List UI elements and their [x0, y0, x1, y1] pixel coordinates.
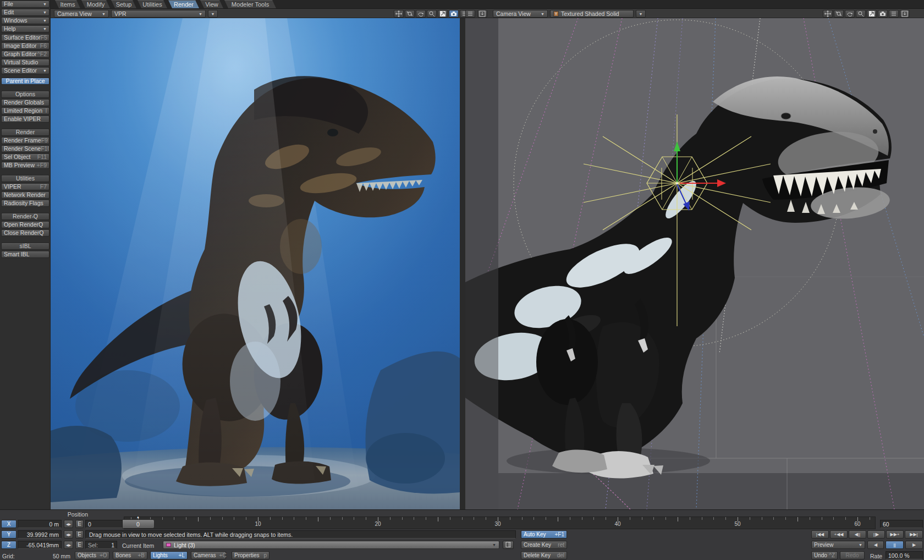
limited-region-button[interactable]: Limited Regionl: [1, 107, 50, 114]
right-viewport-render[interactable]: [465, 18, 924, 509]
right-pan-tool-button[interactable]: [823, 10, 833, 18]
play-reverse-button[interactable]: ◀: [867, 541, 884, 549]
timeline-knob[interactable]: 0: [122, 519, 155, 529]
graph-editor-button[interactable]: Graph Editor^F2: [1, 51, 50, 58]
preview-dropdown[interactable]: Preview▼: [811, 541, 865, 549]
left-viewport-menu-caret[interactable]: ▼: [208, 10, 218, 18]
tab-render[interactable]: Render: [168, 0, 199, 8]
network-render-button[interactable]: Network Render: [1, 191, 50, 199]
x-envelope-button[interactable]: E: [75, 520, 84, 528]
properties-button[interactable]: Propertiesp: [232, 551, 270, 559]
y-value-field[interactable]: 39.9992 mm: [18, 530, 62, 539]
right-shading-mode-dropdown[interactable]: T Textured Shaded Solid: [550, 10, 634, 18]
right-viewport-menu-caret[interactable]: ▼: [636, 10, 646, 18]
tab-utilities[interactable]: Utilities: [138, 0, 167, 8]
left-view-mode-dropdown[interactable]: Camera View▼: [54, 10, 109, 18]
tab-view[interactable]: View: [200, 0, 223, 8]
next-key-button[interactable]: ▶▶+: [886, 530, 904, 539]
rate-field[interactable]: 100.0 %: [886, 551, 923, 559]
tab-items[interactable]: Items: [55, 0, 80, 8]
right-viewport-list-button[interactable]: [465, 10, 475, 18]
go-to-first-frame-button[interactable]: |◀◀: [811, 530, 829, 539]
objects-mode-button[interactable]: Objects+O: [75, 551, 109, 559]
z-value-field[interactable]: -65.0419mm: [18, 541, 62, 549]
lights-mode-button[interactable]: Lights+L: [150, 551, 188, 559]
y-axis-button[interactable]: Y: [1, 530, 16, 539]
enable-viper-button[interactable]: Enable VIPER: [1, 116, 50, 123]
left-pan-tool-button[interactable]: [394, 10, 404, 18]
right-maximize-viewport-button[interactable]: [867, 10, 877, 18]
viewport-divider[interactable]: [460, 18, 465, 509]
bones-mode-button[interactable]: Bones+B: [113, 551, 147, 559]
z-stepper[interactable]: ◀▶: [64, 541, 73, 549]
create-key-button[interactable]: Create Keyret: [521, 541, 567, 549]
z-envelope-button[interactable]: E: [75, 541, 84, 549]
previous-frame-button[interactable]: ◀||: [849, 530, 866, 539]
right-orbit-tool-button[interactable]: [845, 10, 855, 18]
play-forward-button[interactable]: ▶: [905, 541, 923, 549]
auto-key-button[interactable]: Auto Key+F1: [521, 530, 567, 539]
menu-icon: [467, 10, 474, 17]
sel-object-button[interactable]: Sel ObjectF11: [1, 153, 50, 161]
right-view-mode-dropdown[interactable]: Camera View▼: [493, 10, 548, 18]
tab-modify[interactable]: Modify: [81, 0, 110, 8]
render-scene-button[interactable]: Render SceneF10: [1, 145, 50, 152]
right-export-button[interactable]: [900, 10, 910, 18]
y-stepper[interactable]: ◀▶: [64, 530, 73, 539]
viper-button[interactable]: VIPERF7: [1, 183, 50, 190]
left-maximize-viewport-button[interactable]: [438, 10, 448, 18]
timeline-ruler[interactable]: 10 20 30 40 50 60 ▲ 0: [124, 517, 876, 529]
close-renderq-button[interactable]: Close RenderQ: [1, 229, 50, 237]
left-camera-select-button[interactable]: [449, 10, 459, 18]
menu-file[interactable]: File▼: [1, 1, 50, 8]
go-to-last-frame-button[interactable]: ▶▶|: [905, 530, 923, 539]
mb-preview-button[interactable]: MB Preview+F9: [1, 162, 50, 169]
parent-in-place-button[interactable]: Parent in Place: [1, 78, 50, 85]
frame-marker-icon: ▲: [136, 515, 140, 519]
menu-help[interactable]: Help▼: [1, 25, 50, 32]
selection-count-field: Sel:1: [85, 541, 117, 549]
chevron-down-icon: ▼: [43, 10, 47, 14]
open-renderq-button[interactable]: Open RenderQ: [1, 221, 50, 228]
right-zoom-tool-button[interactable]: [856, 10, 866, 18]
menu-windows[interactable]: Windows▼: [1, 17, 50, 24]
y-envelope-button[interactable]: E: [75, 530, 84, 539]
left-rotate-tool-button[interactable]: [405, 10, 415, 18]
virtual-studio-button[interactable]: Virtual Studio: [1, 59, 50, 66]
left-viewport-render[interactable]: [51, 18, 460, 509]
redo-button[interactable]: Redo: [840, 551, 865, 559]
end-frame-field[interactable]: 60: [880, 520, 923, 528]
current-item-dropdown[interactable]: Light (3) ▼: [163, 541, 499, 549]
left-render-mode-dropdown[interactable]: VPR▼: [111, 10, 206, 18]
image-editor-button[interactable]: Image EditorF6: [1, 42, 50, 50]
surface-editor-button[interactable]: Surface EditorF5: [1, 34, 50, 41]
smart-ibl-button[interactable]: Smart IBL: [1, 251, 50, 258]
render-globals-button[interactable]: Render Globals: [1, 99, 50, 106]
chevron-down-icon: ▼: [43, 19, 47, 23]
render-frame-button[interactable]: Render FrameF9: [1, 137, 50, 144]
z-axis-button[interactable]: Z: [1, 541, 16, 549]
delete-key-button[interactable]: Delete Keydel: [521, 551, 567, 559]
rotate-icon: [835, 10, 842, 17]
scene-editor-button[interactable]: Scene Editor▼: [1, 67, 50, 74]
x-value-field[interactable]: 0 m: [18, 520, 62, 528]
right-camera-select-button[interactable]: [878, 10, 888, 18]
current-frame-field[interactable]: 0: [85, 520, 123, 528]
pause-button[interactable]: ||: [886, 541, 904, 549]
menu-edit[interactable]: Edit▼: [1, 9, 50, 16]
previous-key-button[interactable]: +◀◀: [830, 530, 848, 539]
tab-modeler-tools[interactable]: Modeler Tools: [224, 0, 276, 8]
right-viewport-export-button[interactable]: [477, 10, 487, 18]
right-rotate-tool-button[interactable]: [834, 10, 844, 18]
tab-setup[interactable]: Setup: [111, 0, 136, 8]
next-frame-button[interactable]: ||▶: [867, 530, 885, 539]
item-properties-panel-button[interactable]: [503, 541, 514, 549]
left-zoom-tool-button[interactable]: [427, 10, 437, 18]
x-axis-button[interactable]: X: [1, 520, 16, 528]
radiosity-flags-button[interactable]: Radiosity Flags: [1, 200, 50, 207]
x-stepper[interactable]: ◀▶: [64, 520, 73, 528]
cameras-mode-button[interactable]: Cameras+C: [191, 551, 226, 559]
undo-button[interactable]: Undo^Z: [811, 551, 838, 559]
right-list-button[interactable]: [889, 10, 899, 18]
left-orbit-tool-button[interactable]: [416, 10, 426, 18]
